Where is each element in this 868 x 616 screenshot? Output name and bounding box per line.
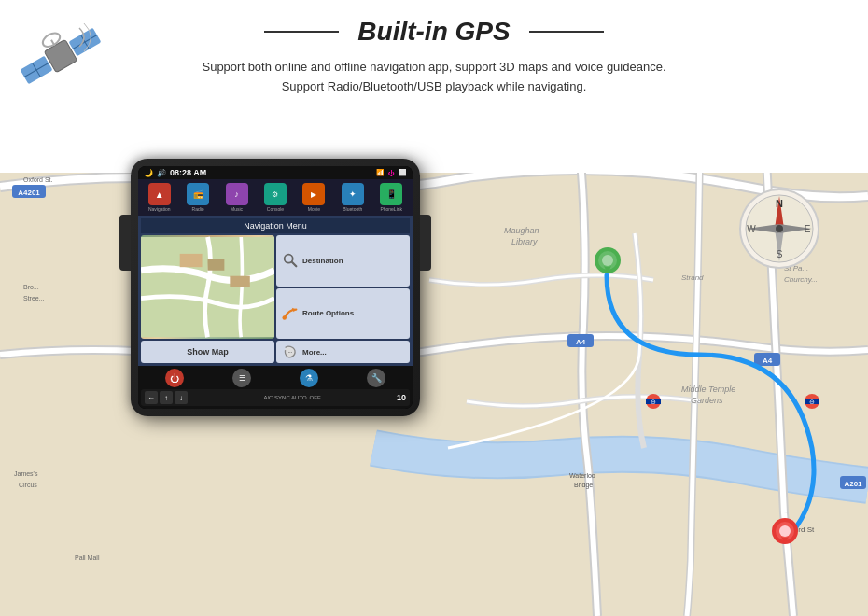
svg-text:Gardens: Gardens — [691, 396, 723, 405]
nav-grid: Destination Route Options — [141, 235, 410, 363]
nav-menu-title: Navigation Menu — [141, 218, 410, 233]
menu-button[interactable]: ☰ — [232, 369, 251, 387]
route-icon — [282, 305, 299, 322]
page-title: Built-in GPS — [357, 17, 510, 47]
app-movie[interactable]: ▶ Movie — [302, 183, 325, 212]
back-button[interactable]: ← — [145, 391, 158, 404]
svg-rect-54 — [180, 254, 203, 267]
flask-button[interactable]: ⚗ — [300, 369, 318, 387]
device-outer: 🌙 🔊 08:28 AM 📶 ⏻ ⬜ ▲ Navigation 📻 Rad — [131, 159, 420, 416]
bluetooth-icon: ✦ — [342, 183, 364, 205]
destination-button[interactable]: Destination — [276, 235, 410, 287]
svg-text:Strand: Strand — [681, 273, 704, 282]
svg-text:Bridge: Bridge — [574, 482, 593, 489]
app-radio[interactable]: 📻 Radio — [187, 183, 209, 212]
svg-point-33 — [602, 255, 613, 266]
device-container: 🌙 🔊 08:28 AM 📶 ⏻ ⬜ ▲ Navigation 📻 Rad — [131, 159, 420, 551]
app-bluetooth[interactable]: ✦ Bluetooth — [342, 183, 364, 212]
more-label: More... — [302, 348, 327, 357]
radio-icon: 📻 — [187, 183, 209, 205]
destination-icon — [282, 252, 299, 269]
nav-content: Navigation Menu — [138, 216, 413, 366]
app-console[interactable]: ⚙ Console — [264, 183, 287, 212]
satellite-icon — [9, 5, 112, 107]
up-button[interactable]: ↑ — [160, 391, 173, 404]
compass: N S W E — [737, 187, 821, 271]
subtitle: Support both online and offline navigati… — [146, 58, 721, 97]
device-side-left — [119, 215, 131, 271]
svg-text:···: ··· — [287, 349, 292, 356]
svg-text:W: W — [747, 224, 756, 234]
svg-point-60 — [282, 315, 287, 320]
svg-rect-55 — [208, 259, 225, 271]
route-options-button[interactable]: Route Options — [276, 288, 410, 340]
svg-text:A4201: A4201 — [18, 189, 40, 197]
svg-text:Middle Temple: Middle Temple — [681, 385, 735, 394]
nav-arrows: ← ↑ ↓ — [145, 391, 188, 404]
device-side-right — [420, 215, 431, 271]
svg-text:Library: Library — [511, 237, 538, 246]
svg-text:⊖: ⊖ — [651, 399, 656, 405]
more-button[interactable]: ··· More... — [276, 341, 410, 363]
svg-line-58 — [292, 262, 297, 267]
map-preview — [141, 235, 274, 339]
svg-text:N: N — [776, 198, 783, 209]
navigation-icon: ▲ — [148, 183, 171, 205]
title-line-left — [264, 31, 339, 33]
svg-text:Circus: Circus — [19, 482, 37, 488]
app-phonelink[interactable]: 📱 PhoneLink — [380, 183, 402, 212]
title-row: Built-in GPS — [264, 17, 603, 47]
app-bar: ▲ Navigation 📻 Radio ♪ Music ⚙ Console — [138, 179, 413, 216]
svg-text:Waterloo: Waterloo — [569, 472, 595, 479]
app-music[interactable]: ♪ Music — [226, 183, 248, 212]
svg-text:S: S — [777, 249, 783, 259]
svg-text:Bro...: Bro... — [23, 284, 39, 290]
status-bar: 🌙 🔊 08:28 AM 📶 ⏻ ⬜ — [138, 166, 413, 179]
svg-text:Oxford St.: Oxford St. — [23, 176, 53, 183]
svg-text:James's: James's — [14, 470, 38, 477]
app-navigation[interactable]: ▲ Navigation — [148, 183, 171, 212]
map-preview-image — [141, 235, 274, 339]
ac-controls: A/C SYNC AUTO OFF — [263, 395, 320, 400]
svg-text:Maughan: Maughan — [504, 226, 539, 235]
header-section: Built-in GPS Support both online and off… — [0, 0, 868, 173]
phonelink-icon: 📱 — [380, 183, 402, 205]
movie-icon: ▶ — [302, 183, 325, 205]
more-icon: ··· — [282, 343, 299, 360]
svg-point-36 — [779, 525, 791, 537]
svg-rect-56 — [230, 276, 249, 287]
title-line-right — [529, 31, 604, 33]
svg-text:A4: A4 — [763, 357, 773, 365]
power-button[interactable]: ⏻ — [165, 369, 184, 387]
svg-text:Stree...: Stree... — [23, 295, 45, 301]
destination-label: Destination — [302, 257, 343, 265]
start-pin — [595, 247, 621, 285]
device-controls: ⏻ ☰ ⚗ 🔧 ← ↑ ↓ A/C SYNC AUTO OFF — [138, 366, 413, 409]
svg-text:E: E — [805, 224, 811, 234]
music-icon: ♪ — [226, 183, 248, 205]
temp-display: 10 — [397, 393, 406, 402]
route-options-label: Route Options — [302, 309, 354, 317]
svg-point-48 — [776, 225, 783, 232]
svg-text:⊖: ⊖ — [809, 399, 815, 405]
device-screen: 🌙 🔊 08:28 AM 📶 ⏻ ⬜ ▲ Navigation 📻 Rad — [138, 166, 413, 409]
show-map-button[interactable]: Show Map — [141, 341, 274, 363]
show-map-label: Show Map — [187, 347, 229, 357]
svg-text:Churchy...: Churchy... — [784, 275, 818, 284]
console-icon: ⚙ — [264, 183, 287, 205]
tools-button[interactable]: 🔧 — [367, 369, 385, 387]
destination-pin — [772, 518, 798, 555]
svg-text:A4: A4 — [576, 338, 586, 346]
controls-row2: ← ↑ ↓ A/C SYNC AUTO OFF 10 — [141, 389, 410, 406]
down-button[interactable]: ↓ — [175, 391, 188, 404]
svg-text:A201: A201 — [844, 480, 862, 488]
controls-row1: ⏻ ☰ ⚗ 🔧 — [141, 369, 410, 387]
svg-text:Pall Mall: Pall Mall — [75, 554, 100, 561]
